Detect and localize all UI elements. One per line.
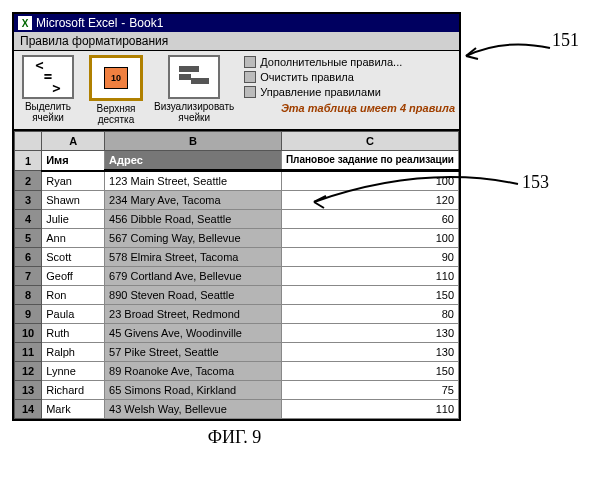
titlebar: X Microsoft Excel - Book1 [14, 14, 459, 32]
row-header[interactable]: 8 [15, 286, 42, 305]
table-row: 6Scott578 Elmira Street, Tacoma90 [15, 248, 459, 267]
title-app: Microsoft Excel [36, 16, 117, 30]
ribbon-tab[interactable]: Правила форматирования [14, 32, 459, 51]
table-row: 9Paula23 Broad Street, Redmond80 [15, 305, 459, 324]
cell-target[interactable]: 120 [281, 191, 458, 210]
table-row: 8Ron890 Steven Road, Seattle150 [15, 286, 459, 305]
excel-icon: X [18, 16, 32, 30]
select-all[interactable] [15, 132, 42, 151]
cell-name[interactable]: Ann [42, 229, 105, 248]
row-header[interactable]: 12 [15, 362, 42, 381]
cell-name[interactable]: Ruth [42, 324, 105, 343]
column-header-row: A B C [15, 132, 459, 151]
header-target[interactable]: Плановое задание по реализации [281, 151, 458, 171]
cell-target[interactable]: 60 [281, 210, 458, 229]
top10-label: Верхняядесятка [96, 103, 135, 125]
cell-name[interactable]: Ryan [42, 171, 105, 191]
row-header[interactable]: 1 [15, 151, 42, 171]
cell-address[interactable]: 234 Mary Ave, Tacoma [105, 191, 282, 210]
cell-address[interactable]: 57 Pike Street, Seattle [105, 343, 282, 362]
more-rules-item[interactable]: Дополнительные правила... [244, 55, 455, 69]
cell-target[interactable]: 150 [281, 362, 458, 381]
cell-name[interactable]: Ralph [42, 343, 105, 362]
cell-name[interactable]: Ron [42, 286, 105, 305]
row-header[interactable]: 13 [15, 381, 42, 400]
databar-icon [177, 64, 211, 90]
cell-target[interactable]: 110 [281, 400, 458, 419]
row-header[interactable]: 7 [15, 267, 42, 286]
rules-list: Дополнительные правила... Очистить прави… [242, 55, 455, 114]
row-header[interactable]: 4 [15, 210, 42, 229]
manage-rules-item[interactable]: Управление правилами [244, 85, 455, 99]
cell-address[interactable]: 456 Dibble Road, Seattle [105, 210, 282, 229]
cell-address[interactable]: 890 Steven Road, Seattle [105, 286, 282, 305]
cell-target[interactable]: 150 [281, 286, 458, 305]
cell-address[interactable]: 43 Welsh Way, Bellevue [105, 400, 282, 419]
app-window: X Microsoft Excel - Book1 Правила формат… [12, 12, 461, 421]
cell-target[interactable]: 100 [281, 229, 458, 248]
row-header[interactable]: 5 [15, 229, 42, 248]
cell-target[interactable]: 90 [281, 248, 458, 267]
cell-address[interactable]: 679 Cortland Ave, Bellevue [105, 267, 282, 286]
top10-button[interactable]: 10 [89, 55, 143, 101]
spreadsheet-grid[interactable]: A B C 1 Имя Адрес Плановое задание по ре… [14, 131, 459, 419]
cell-address[interactable]: 45 Givens Ave, Woodinville [105, 324, 282, 343]
bullet-icon [244, 86, 256, 98]
svg-rect-2 [191, 78, 209, 84]
cell-name[interactable]: Geoff [42, 267, 105, 286]
cell-name[interactable]: Scott [42, 248, 105, 267]
cell-address[interactable]: 23 Broad Street, Redmond [105, 305, 282, 324]
table-row: 11Ralph57 Pike Street, Seattle130 [15, 343, 459, 362]
col-header-b[interactable]: B [105, 132, 282, 151]
row-header[interactable]: 9 [15, 305, 42, 324]
compare-icon: < = > [35, 60, 60, 94]
header-name[interactable]: Имя [42, 151, 105, 171]
table-row: 2Ryan123 Main Street, Seattle100 [15, 171, 459, 191]
cell-target[interactable]: 80 [281, 305, 458, 324]
row-header[interactable]: 14 [15, 400, 42, 419]
bullet-icon [244, 71, 256, 83]
formatting-toolbar: < = > Выделитьячейки 10 Верхняядесятка [14, 51, 459, 131]
cell-target[interactable]: 130 [281, 343, 458, 362]
cell-name[interactable]: Richard [42, 381, 105, 400]
highlight-cells-button[interactable]: < = > [22, 55, 74, 99]
cell-target[interactable]: 75 [281, 381, 458, 400]
callout-153: 153 [522, 172, 549, 193]
table-row: 14Mark43 Welsh Way, Bellevue110 [15, 400, 459, 419]
visualize-button[interactable] [168, 55, 220, 99]
cell-address[interactable]: 89 Roanoke Ave, Tacoma [105, 362, 282, 381]
table-row: 13Richard65 Simons Road, Kirkland75 [15, 381, 459, 400]
row-header[interactable]: 3 [15, 191, 42, 210]
more-rules-label: Дополнительные правила... [260, 56, 402, 68]
cell-target[interactable]: 130 [281, 324, 458, 343]
cell-address[interactable]: 65 Simons Road, Kirkland [105, 381, 282, 400]
col-header-a[interactable]: A [42, 132, 105, 151]
cell-address[interactable]: 123 Main Street, Seattle [105, 171, 282, 191]
header-address[interactable]: Адрес [105, 151, 282, 171]
cell-address[interactable]: 578 Elmira Street, Tacoma [105, 248, 282, 267]
table-row: 12Lynne89 Roanoke Ave, Tacoma150 [15, 362, 459, 381]
cell-name[interactable]: Paula [42, 305, 105, 324]
table-row: 4Julie456 Dibble Road, Seattle60 [15, 210, 459, 229]
highlight-cells-label: Выделитьячейки [25, 101, 71, 123]
bullet-icon [244, 56, 256, 68]
cell-address[interactable]: 567 Coming Way, Bellevue [105, 229, 282, 248]
row-header[interactable]: 10 [15, 324, 42, 343]
cell-name[interactable]: Lynne [42, 362, 105, 381]
row-header[interactable]: 6 [15, 248, 42, 267]
svg-rect-1 [179, 74, 191, 80]
figure-label: ФИГ. 9 [12, 427, 457, 448]
clear-rules-item[interactable]: Очистить правила [244, 70, 455, 84]
manage-rules-label: Управление правилами [260, 86, 381, 98]
cell-name[interactable]: Shawn [42, 191, 105, 210]
row-header[interactable]: 2 [15, 171, 42, 191]
cell-target[interactable]: 110 [281, 267, 458, 286]
svg-rect-0 [179, 66, 199, 72]
col-header-c[interactable]: C [281, 132, 458, 151]
calendar-icon: 10 [104, 67, 128, 89]
cell-name[interactable]: Mark [42, 400, 105, 419]
cell-target[interactable]: 100 [281, 171, 458, 191]
cell-name[interactable]: Julie [42, 210, 105, 229]
row-header[interactable]: 11 [15, 343, 42, 362]
leader-line-151 [464, 42, 554, 82]
